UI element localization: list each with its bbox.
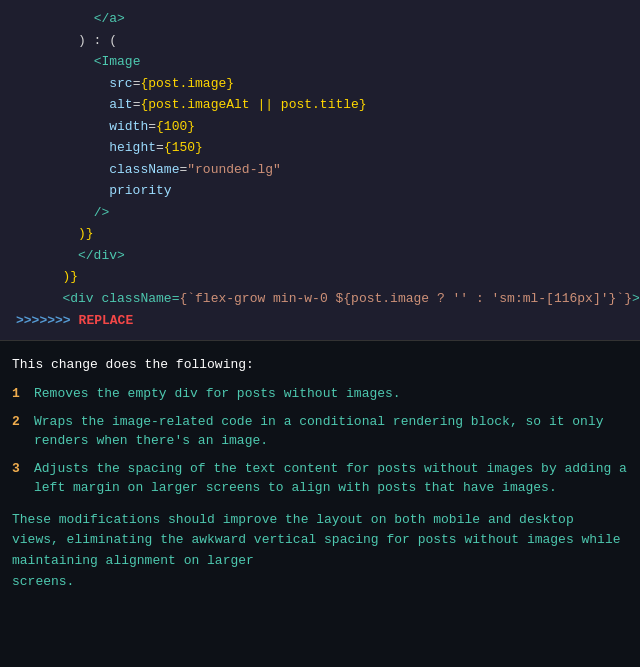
code-line: priority	[0, 180, 640, 202]
code-line: height={150}	[0, 137, 640, 159]
description-intro: This change does the following:	[12, 357, 628, 372]
code-line: )}	[0, 266, 640, 288]
code-line: ) : (	[0, 30, 640, 52]
change-item: 2Wraps the image-related code in a condi…	[12, 412, 628, 451]
change-text: Removes the empty div for posts without …	[34, 384, 628, 404]
change-text: Wraps the image-related code in a condit…	[34, 412, 628, 451]
replace-label: REPLACE	[79, 313, 134, 328]
change-number: 1	[12, 384, 30, 404]
description-section: This change does the following: 1Removes…	[0, 341, 640, 667]
code-line: src={post.image}	[0, 73, 640, 95]
change-number: 3	[12, 459, 30, 498]
replace-arrow: >>>>>>>	[16, 313, 71, 328]
change-number: 2	[12, 412, 30, 451]
replace-bar: >>>>>>> REPLACE	[0, 309, 640, 332]
code-line: />	[0, 202, 640, 224]
change-text: Adjusts the spacing of the text content …	[34, 459, 628, 498]
code-line: <Image	[0, 51, 640, 73]
change-item: 1Removes the empty div for posts without…	[12, 384, 628, 404]
code-line: alt={post.imageAlt || post.title}	[0, 94, 640, 116]
code-line: <div className={`flex-grow min-w-0 ${pos…	[0, 288, 640, 310]
code-line: width={100}	[0, 116, 640, 138]
code-block: </a> ) : ( <Image src={post.image} alt={…	[0, 0, 640, 341]
code-line: )}	[0, 223, 640, 245]
change-item: 3Adjusts the spacing of the text content…	[12, 459, 628, 498]
summary-text: These modifications should improve the l…	[12, 510, 628, 593]
code-line: className="rounded-lg"	[0, 159, 640, 181]
code-line: </a>	[0, 8, 640, 30]
code-line: </div>	[0, 245, 640, 267]
